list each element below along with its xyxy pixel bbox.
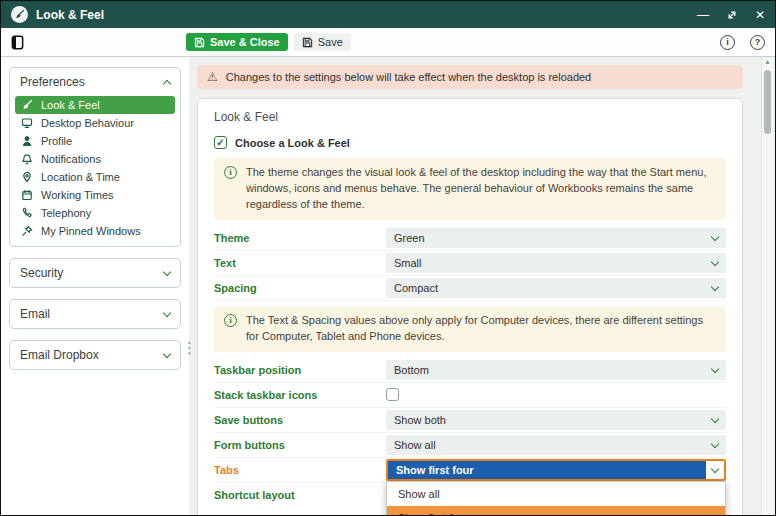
pin-icon — [21, 225, 34, 237]
form-row-form-buttons: Form buttons Show all — [214, 433, 726, 458]
monitor-icon — [21, 117, 34, 129]
sidebar-section-preferences: Preferences Look & Feel Desktop — [9, 67, 181, 247]
main-content: ⚠ Changes to the settings below will tak… — [189, 57, 751, 515]
preferences-list: Look & Feel Desktop Behaviour Profile — [10, 96, 180, 246]
location-pin-icon — [21, 171, 34, 183]
sidebar-section-email: Email — [9, 299, 181, 329]
section-header-email[interactable]: Email — [10, 300, 180, 328]
form-row-spacing: Spacing Compact — [214, 276, 726, 301]
scrollbar-thumb[interactable] — [764, 70, 771, 134]
theme-select[interactable]: Green — [386, 228, 726, 248]
sidebar-item-look-and-feel[interactable]: Look & Feel — [15, 96, 175, 114]
chevron-up-icon — [163, 79, 171, 87]
spacing-select[interactable]: Compact — [386, 278, 726, 298]
save-buttons-select[interactable]: Show both — [386, 410, 726, 430]
info-icon[interactable]: i — [720, 35, 735, 50]
choose-look-feel-label: Choose a Look & Feel — [235, 137, 350, 149]
sidebar-item-desktop-behaviour[interactable]: Desktop Behaviour — [15, 114, 175, 132]
chevron-down-icon — [711, 414, 719, 422]
tabs-select[interactable]: Show first four — [386, 459, 726, 481]
person-icon — [21, 135, 34, 147]
panel-resize-handle[interactable]: ⋮ — [182, 344, 197, 352]
maximize-icon[interactable] — [726, 9, 738, 21]
look-and-feel-card: Look & Feel ✓ Choose a Look & Feel i The… — [197, 98, 743, 515]
devices-info-note: i The Text & Spacing values above only a… — [214, 306, 726, 352]
toolbar: Save & Close Save i ? — [1, 28, 775, 57]
choose-look-feel-row: ✓ Choose a Look & Feel — [214, 136, 726, 149]
theme-info-note: i The theme changes the visual look & fe… — [214, 158, 726, 220]
save-and-close-button[interactable]: Save & Close — [186, 33, 288, 51]
stack-taskbar-icons-checkbox[interactable] — [386, 388, 399, 401]
chevron-down-icon — [711, 283, 719, 291]
minimize-icon[interactable]: — — [697, 9, 709, 21]
scroll-up-arrow-icon[interactable]: ▲ — [762, 58, 773, 65]
sidebar-toggle-icon[interactable] — [11, 35, 24, 50]
sidebar-section-email-dropbox: Email Dropbox — [9, 340, 181, 370]
save-icon — [194, 37, 205, 48]
toolbar-buttons: Save & Close Save — [186, 33, 351, 51]
form-row-tabs: Tabs Show first four Show all Show first… — [214, 458, 726, 483]
sidebar-item-notifications[interactable]: Notifications — [15, 150, 175, 168]
chevron-down-icon — [163, 268, 171, 276]
help-icon[interactable]: ? — [750, 35, 765, 50]
form-row-text: Text Small — [214, 251, 726, 276]
devices-note-text: The Text & Spacing values above only app… — [246, 313, 716, 345]
brush-icon — [11, 6, 28, 23]
save-icon — [302, 37, 313, 48]
chevron-down-icon — [711, 233, 719, 241]
chevron-down-icon — [711, 464, 719, 472]
dropdown-option-show-all[interactable]: Show all — [387, 482, 725, 506]
chevron-down-icon — [163, 350, 171, 358]
choose-look-feel-checkbox[interactable]: ✓ — [214, 136, 227, 149]
brush-icon — [21, 99, 34, 111]
sidebar-item-location-time[interactable]: Location & Time — [15, 168, 175, 186]
chevron-down-icon — [711, 364, 719, 372]
info-icon: i — [224, 166, 237, 179]
window-controls: — ✕ — [697, 9, 765, 21]
warning-icon: ⚠ — [207, 70, 218, 84]
form-row-stack-taskbar-icons: Stack taskbar icons — [214, 383, 726, 408]
form-row-save-buttons: Save buttons Show both — [214, 408, 726, 433]
form-row-theme: Theme Green — [214, 226, 726, 251]
window-title: Look & Feel — [36, 8, 104, 22]
info-icon: i — [224, 314, 237, 327]
titlebar: Look & Feel — ✕ — [1, 1, 775, 28]
chevron-down-icon — [711, 258, 719, 266]
toolbar-right: i ? — [720, 35, 765, 50]
sidebar-item-my-pinned-windows[interactable]: My Pinned Windows — [15, 222, 175, 240]
calendar-icon — [21, 189, 34, 201]
form-row-taskbar-position: Taskbar position Bottom — [214, 358, 726, 383]
vertical-scrollbar[interactable]: ▲ — [761, 57, 773, 515]
form-buttons-select[interactable]: Show all — [386, 435, 726, 455]
section-header-preferences[interactable]: Preferences — [10, 68, 180, 96]
card-title: Look & Feel — [214, 110, 726, 124]
section-header-email-dropbox[interactable]: Email Dropbox — [10, 341, 180, 369]
tabs-dropdown-menu: Show all Show first four — [386, 481, 726, 515]
window-body: Preferences Look & Feel Desktop — [1, 57, 775, 515]
sidebar-item-telephony[interactable]: Telephony — [15, 204, 175, 222]
warning-text: Changes to the settings below will take … — [226, 71, 591, 83]
taskbar-position-select[interactable]: Bottom — [386, 360, 726, 380]
section-header-security[interactable]: Security — [10, 259, 180, 287]
phone-icon — [21, 207, 34, 219]
chevron-down-icon — [711, 439, 719, 447]
close-icon[interactable]: ✕ — [755, 9, 765, 21]
settings-window: Look & Feel — ✕ Sav — [0, 0, 776, 516]
theme-note-text: The theme changes the visual look & feel… — [246, 165, 716, 213]
dropdown-option-show-first-four[interactable]: Show first four — [387, 506, 725, 515]
text-select[interactable]: Small — [386, 253, 726, 273]
warning-banner: ⚠ Changes to the settings below will tak… — [197, 65, 743, 89]
sidebar-section-security: Security — [9, 258, 181, 288]
sidebar-item-profile[interactable]: Profile — [15, 132, 175, 150]
chevron-down-icon — [163, 309, 171, 317]
bell-icon — [21, 153, 34, 165]
sidebar-item-working-times[interactable]: Working Times — [15, 186, 175, 204]
sidebar: Preferences Look & Feel Desktop — [1, 57, 189, 515]
save-button[interactable]: Save — [294, 33, 351, 51]
